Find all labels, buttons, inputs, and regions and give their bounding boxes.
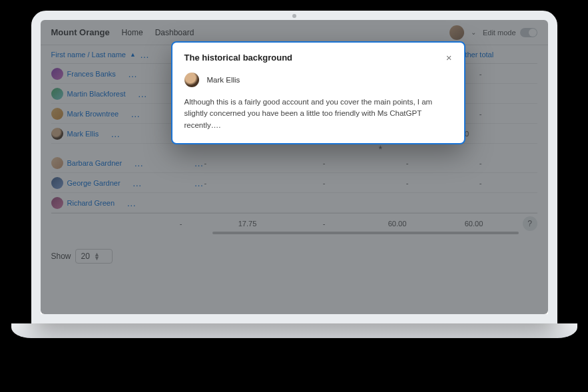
modal-body: Although this is a fairly good account a… — [184, 97, 452, 131]
avatar — [184, 73, 199, 87]
close-icon[interactable]: × — [446, 52, 452, 63]
camera-dot — [292, 14, 296, 18]
modal-username: Mark Ellis — [207, 76, 240, 84]
laptop-frame: Mount Orange Home Dashboard ⌄ Edit mode — [31, 11, 557, 338]
modal-title: The historical background — [184, 53, 293, 63]
feedback-modal: The historical background × Mark Ellis A… — [171, 41, 465, 144]
laptop-base — [11, 323, 577, 338]
app-root: Mount Orange Home Dashboard ⌄ Edit mode — [41, 20, 548, 314]
